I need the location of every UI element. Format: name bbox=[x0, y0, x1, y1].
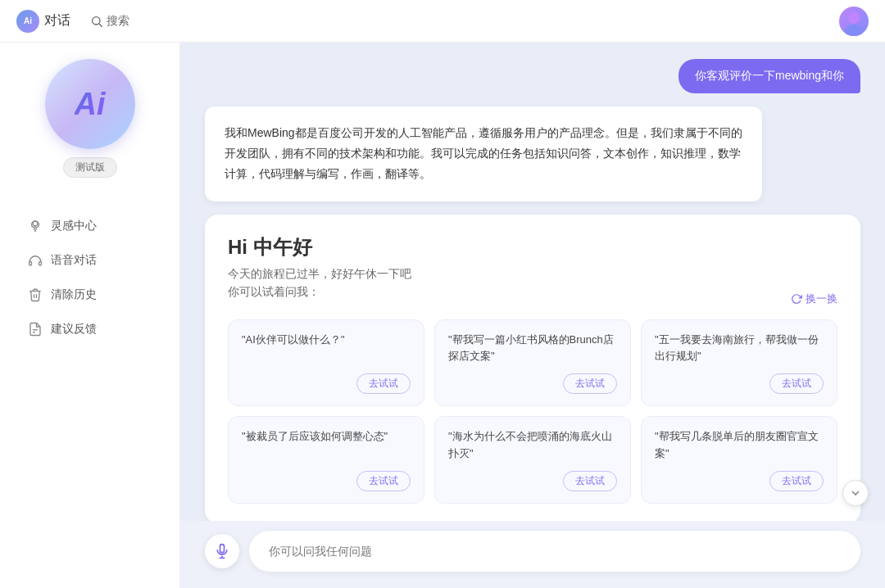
svg-rect-6 bbox=[39, 262, 42, 266]
try-button-4[interactable]: 去试试 bbox=[563, 471, 617, 491]
svg-point-3 bbox=[845, 25, 863, 36]
ai-avatar: Ai bbox=[45, 59, 135, 149]
suggestion-text-4: "海水为什么不会把喷涌的海底火山扑灭" bbox=[448, 428, 617, 463]
sidebar-item-label-voice: 语音对话 bbox=[51, 253, 97, 268]
logo-icon: Ai bbox=[16, 10, 39, 33]
user-bubble: 你客观评价一下mewbing和你 bbox=[678, 59, 860, 93]
logo-area[interactable]: Ai 对话 bbox=[16, 10, 70, 33]
ai-avatar-container: Ai 测试版 bbox=[45, 59, 135, 178]
sidebar-item-label-inspiration: 灵感中心 bbox=[51, 219, 97, 233]
sidebar-item-label-clear: 清除历史 bbox=[51, 287, 97, 302]
suggestion-text-0: "AI伙伴可以做什么？" bbox=[242, 332, 411, 349]
suggestion-text-3: "被裁员了后应该如何调整心态" bbox=[242, 428, 411, 446]
file-icon bbox=[28, 322, 43, 337]
suggestion-card-0[interactable]: "AI伙伴可以做什么？" 去试试 bbox=[228, 319, 424, 407]
greeting-prompt: 你可以试着问我： bbox=[228, 285, 320, 300]
search-label: 搜索 bbox=[107, 14, 129, 29]
refresh-icon bbox=[791, 293, 802, 305]
try-button-2[interactable]: 去试试 bbox=[769, 373, 824, 394]
scroll-down-button[interactable] bbox=[842, 480, 869, 506]
sidebar: Ai 测试版 灵感中心 语音对话 bbox=[0, 43, 180, 588]
try-button-5[interactable]: 去试试 bbox=[769, 471, 824, 491]
refresh-label: 换一换 bbox=[806, 292, 837, 306]
greeting-card: Hi 中午好 今天的旅程已过半，好好午休一下吧 你可以试着问我： 换一换 "AI bbox=[205, 215, 860, 521]
suggestion-grid: "AI伙伴可以做什么？" 去试试 "帮我写一篇小红书风格的Brunch店探店文案… bbox=[228, 319, 837, 504]
app-header: Ai 对话 搜索 bbox=[0, 0, 885, 43]
sidebar-item-label-feedback: 建议反馈 bbox=[51, 322, 97, 337]
mic-button[interactable] bbox=[205, 534, 239, 568]
suggestion-card-4[interactable]: "海水为什么不会把喷涌的海底火山扑灭" 去试试 bbox=[434, 416, 631, 504]
greeting-title: Hi 中午好 bbox=[228, 234, 837, 260]
user-avatar[interactable] bbox=[839, 7, 869, 36]
suggestion-card-3[interactable]: "被裁员了后应该如何调整心态" 去试试 bbox=[228, 416, 424, 504]
user-message: 你客观评价一下mewbing和你 bbox=[205, 59, 860, 93]
mic-icon bbox=[214, 543, 230, 559]
suggestion-card-2[interactable]: "五一我要去海南旅行，帮我做一份出行规划" 去试试 bbox=[641, 319, 837, 407]
headphone-icon bbox=[28, 253, 43, 268]
refresh-button[interactable]: 换一换 bbox=[791, 292, 837, 306]
sidebar-item-feedback[interactable]: 建议反馈 bbox=[16, 314, 163, 345]
search-button[interactable]: 搜索 bbox=[90, 14, 129, 29]
svg-line-1 bbox=[99, 24, 102, 27]
sidebar-menu: 灵感中心 语音对话 清除历史 bbox=[0, 210, 179, 345]
greeting-subtitle: 今天的旅程已过半，好好午休一下吧 bbox=[228, 267, 837, 282]
sidebar-item-clear[interactable]: 清除历史 bbox=[16, 279, 163, 310]
trash-icon bbox=[28, 287, 43, 302]
logo-text: Ai bbox=[24, 16, 32, 25]
ai-message: 我和MewBing都是百度公司开发的人工智能产品，遵循服务用户的产品理念。但是，… bbox=[205, 106, 860, 201]
suggestion-text-2: "五一我要去海南旅行，帮我做一份出行规划" bbox=[655, 332, 824, 366]
input-area bbox=[180, 521, 885, 588]
header-title: 对话 bbox=[44, 12, 70, 29]
svg-point-0 bbox=[93, 16, 100, 24]
svg-point-2 bbox=[848, 12, 860, 24]
sidebar-item-inspiration[interactable]: 灵感中心 bbox=[16, 210, 163, 242]
try-button-1[interactable]: 去试试 bbox=[563, 373, 617, 394]
svg-rect-5 bbox=[30, 262, 32, 266]
avatar-image bbox=[839, 7, 869, 36]
messages-container: 你客观评价一下mewbing和你 我和MewBing都是百度公司开发的人工智能产… bbox=[180, 43, 885, 521]
chevron-down-icon bbox=[849, 486, 862, 500]
chat-input[interactable] bbox=[249, 531, 860, 572]
try-button-0[interactable]: 去试试 bbox=[356, 373, 411, 394]
sidebar-item-voice[interactable]: 语音对话 bbox=[16, 245, 163, 276]
suggestion-card-5[interactable]: "帮我写几条脱单后的朋友圈官宣文案" 去试试 bbox=[641, 416, 837, 504]
search-icon bbox=[90, 15, 103, 28]
chat-wrapper: 你客观评价一下mewbing和你 我和MewBing都是百度公司开发的人工智能产… bbox=[180, 43, 885, 588]
try-button-3[interactable]: 去试试 bbox=[356, 471, 411, 491]
suggestion-text-1: "帮我写一篇小红书风格的Brunch店探店文案" bbox=[448, 332, 617, 366]
suggestion-card-1[interactable]: "帮我写一篇小红书风格的Brunch店探店文案" 去试试 bbox=[434, 319, 631, 407]
svg-rect-9 bbox=[220, 545, 225, 553]
ai-bubble: 我和MewBing都是百度公司开发的人工智能产品，遵循服务用户的产品理念。但是，… bbox=[205, 106, 762, 201]
bulb-icon bbox=[28, 219, 43, 233]
main-layout: Ai 测试版 灵感中心 语音对话 bbox=[0, 43, 885, 588]
ai-badge: 测试版 bbox=[63, 157, 117, 178]
ai-avatar-text: Ai bbox=[75, 87, 106, 122]
suggestion-text-5: "帮我写几条脱单后的朋友圈官宣文案" bbox=[655, 428, 824, 463]
